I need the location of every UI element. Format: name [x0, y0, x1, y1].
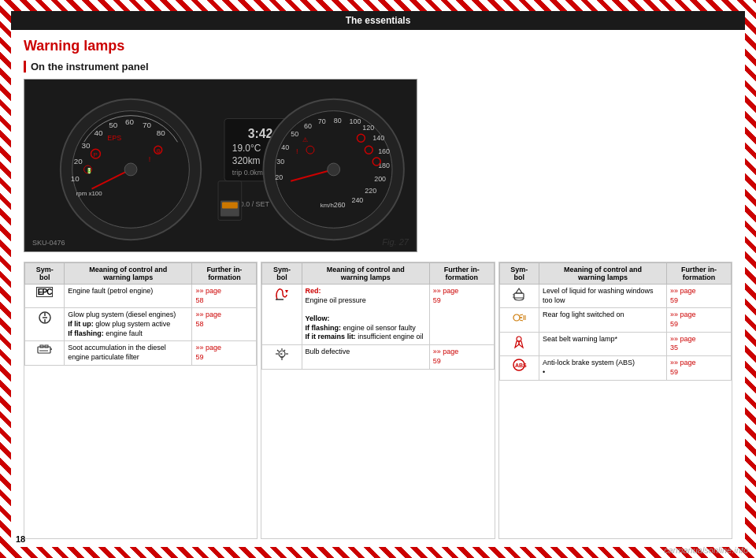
svg-text:P: P: [93, 151, 97, 158]
table-row: Red: Engine oil pressure Yellow: If flas…: [262, 285, 494, 345]
t2-further-1: »» page59: [429, 285, 494, 345]
svg-text:80: 80: [157, 128, 166, 137]
main-content: The essentials Warning lamps On the inst…: [11, 11, 745, 547]
t3-sym-4: ABS: [499, 356, 539, 380]
t3-sym-3: [499, 332, 539, 355]
t1-sym-3: [25, 341, 65, 365]
svg-text:200: 200: [374, 175, 386, 183]
svg-rect-76: [514, 293, 524, 298]
t2-further-2: »» page59: [429, 345, 494, 369]
t1-meaning-1: Engine fault (petrol engine): [65, 285, 192, 308]
table-2: Sym-bol Meaning of control andwarning la…: [261, 262, 495, 539]
t3-further-4: »» page59: [667, 356, 732, 380]
svg-text:50: 50: [291, 130, 298, 138]
svg-text:ABS: ABS: [515, 363, 527, 368]
t1-sym-1: EPC: [25, 285, 65, 308]
svg-text:✕: ✕: [280, 352, 283, 356]
svg-text:120: 120: [362, 124, 374, 132]
t3-meaning-3: Seat belt warning lamp*: [539, 332, 666, 355]
svg-text:0.0 / SET: 0.0 / SET: [240, 200, 270, 208]
svg-point-79: [513, 314, 520, 321]
svg-text:rpm x100: rpm x100: [76, 190, 103, 197]
svg-text:trip  0.0km: trip 0.0km: [232, 169, 263, 177]
svg-text:20: 20: [74, 157, 83, 166]
t2-header-sym: Sym-bol: [262, 263, 302, 285]
t1-further-1: »» page58: [192, 285, 257, 308]
table-row: ✕ Bulb defective »» page59: [262, 345, 494, 369]
svg-text:⚙: ⚙: [156, 148, 161, 154]
t1-meaning-2: Glow plug system (diesel engines) If lit…: [65, 308, 192, 341]
t2-header-meaning: Meaning of control andwarning lamps: [302, 263, 429, 285]
soot-icon: [37, 344, 53, 356]
svg-text:40: 40: [94, 128, 103, 137]
t3-further-1: »» page59: [667, 285, 732, 308]
svg-text:km/h: km/h: [321, 202, 334, 209]
svg-point-13: [124, 163, 137, 176]
t2-header-further: Further in-formation: [429, 263, 494, 285]
seatbelt-icon: [512, 335, 526, 349]
svg-line-72: [277, 350, 279, 352]
washer-level-icon: [511, 287, 527, 301]
svg-point-86: [517, 337, 521, 341]
t3-further-3: »» page35: [667, 332, 732, 355]
t1-further-3: »» page59: [192, 341, 257, 365]
header-bar: The essentials: [11, 11, 745, 30]
svg-text:40: 40: [281, 143, 289, 151]
t2-meaning-1: Red: Engine oil pressure Yellow: If flas…: [302, 285, 429, 345]
svg-text:🔋: 🔋: [86, 167, 93, 174]
svg-line-81: [520, 314, 523, 315]
t3-sym-1: [499, 285, 539, 308]
svg-text:30: 30: [276, 158, 284, 166]
t2-meaning-2: Bulb defective: [302, 345, 429, 369]
table-row: Level of liquid for washing windows too …: [499, 285, 731, 308]
table-row: ABS Anti-lock brake system (ABS)• »» pag…: [499, 356, 731, 380]
table-3: Sym-bol Meaning of control andwarning la…: [498, 262, 732, 539]
content-area: Warning lamps On the instrument panel 10: [11, 30, 745, 547]
t3-further-2: »» page59: [667, 308, 732, 332]
svg-text:60: 60: [125, 117, 135, 126]
t3-header-further: Further in-formation: [667, 263, 732, 285]
oil-pressure-icon: [274, 287, 290, 301]
svg-text:260: 260: [334, 201, 346, 209]
sku-label: SKU-0476: [32, 239, 65, 247]
page-title: Warning lamps: [24, 38, 732, 54]
t2-sym-1: [262, 285, 302, 345]
t1-header-meaning: Meaning of control andwarning lamps: [65, 263, 192, 285]
fig-label: Fig. 27: [382, 237, 409, 247]
instrument-panel-image: 10 20 30 40 50 60 70 80 rpm x100 P: [24, 79, 417, 252]
bulb-defective-icon: ✕: [275, 348, 289, 362]
table-row: Soot accumulation in the diesel engine p…: [25, 341, 257, 365]
t1-header-sym: Sym-bol: [25, 263, 65, 285]
abs-icon: ABS: [511, 359, 527, 371]
page-number: 18: [16, 534, 25, 544]
svg-text:50: 50: [109, 121, 118, 129]
svg-line-73: [284, 350, 285, 352]
svg-text:70: 70: [143, 121, 152, 129]
table-row: Glow plug system (diesel engines) If lit…: [25, 308, 257, 341]
svg-text:80: 80: [334, 117, 342, 125]
svg-text:3:42: 3:42: [248, 127, 273, 140]
svg-rect-61: [38, 347, 50, 353]
svg-text:!: !: [296, 147, 298, 155]
rear-fog-icon: [511, 311, 527, 325]
t3-header-meaning: Meaning of control andwarning lamps: [539, 263, 666, 285]
header-title: The essentials: [346, 15, 411, 26]
glow-plug-icon: [38, 311, 52, 325]
svg-text:60: 60: [304, 122, 312, 130]
svg-rect-32: [222, 203, 238, 209]
svg-text:19.0°C: 19.0°C: [232, 143, 261, 154]
table-row: Rear fog light switched on »» page59: [499, 308, 731, 332]
svg-text:140: 140: [372, 134, 384, 142]
t2-sym-2: ✕: [262, 345, 302, 369]
svg-text:EPS: EPS: [107, 134, 121, 142]
svg-point-53: [328, 163, 340, 176]
t1-further-2: »» page58: [192, 308, 257, 341]
table-1: Sym-bol Meaning of control andwarning la…: [24, 262, 258, 539]
svg-text:10: 10: [71, 174, 80, 183]
tables-row: Sym-bol Meaning of control andwarning la…: [24, 262, 732, 539]
t3-sym-2: [499, 308, 539, 332]
t3-header-sym: Sym-bol: [499, 263, 539, 285]
table-row: Seat belt warning lamp* »» page35: [499, 332, 731, 355]
svg-text:160: 160: [378, 147, 390, 155]
section-title: On the instrument panel: [24, 61, 732, 73]
